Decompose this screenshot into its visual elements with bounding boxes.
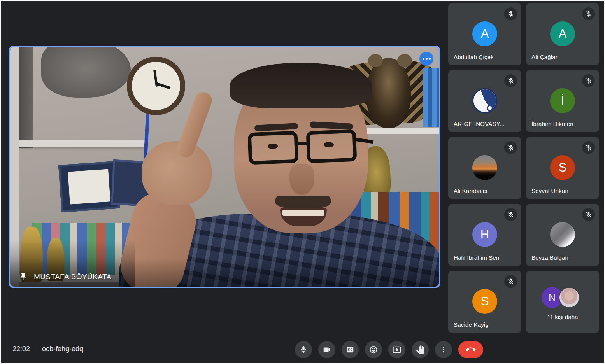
eagle-statue [366, 58, 411, 128]
eagle-statue [368, 54, 383, 67]
meet-window: MUSTAFA BÖYÜKATA A Abdullah Çiçek A Ali … [0, 0, 605, 364]
participant-name: Sacide Kayiş [454, 321, 488, 328]
reactions-button[interactable] [365, 341, 382, 358]
organization-logo-avatar [472, 88, 497, 113]
main-video-tile[interactable]: MUSTAFA BÖYÜKATA [9, 46, 440, 288]
participant-tile[interactable]: H Halil İbrahim Şen [448, 204, 521, 266]
eagle-statue [397, 54, 412, 67]
more-options-button[interactable] [435, 341, 452, 358]
mic-off-icon [582, 74, 595, 87]
photo-avatar [559, 287, 580, 308]
participant-tile[interactable]: A Abdullah Çiçek [448, 3, 521, 65]
person-mustache [275, 196, 331, 210]
captions-button[interactable] [342, 341, 359, 358]
mic-off-icon [504, 7, 517, 20]
participant-name: AR-GE İNOVASY... [454, 121, 505, 127]
bookshelf-board [10, 140, 146, 147]
captions-icon [346, 345, 354, 354]
participant-tile[interactable]: AR-GE İNOVASY... [448, 70, 521, 132]
avatar: A [472, 21, 497, 46]
end-call-icon [466, 345, 476, 355]
award-plaque [58, 161, 120, 212]
mic-off-icon [582, 208, 595, 221]
participant-tile[interactable]: S Sevval Unkun [526, 137, 599, 199]
more-options-icon [439, 345, 448, 354]
raise-hand-icon [416, 345, 424, 354]
person-teeth [282, 210, 324, 216]
raise-hand-button[interactable] [412, 341, 429, 358]
reactions-icon [369, 345, 378, 354]
camera-icon [323, 345, 331, 354]
overflow-avatars: N [542, 287, 584, 309]
participant-name: Abdullah Çiçek [454, 54, 494, 60]
meeting-info: 22:02 ocb-fehg-edq [12, 345, 83, 353]
divider [36, 345, 36, 353]
person-eye [268, 144, 278, 149]
overflow-participants-tile[interactable]: N 11 kişi daha [526, 271, 599, 333]
avatar: İ [550, 88, 575, 113]
camera-button[interactable] [318, 341, 335, 358]
photo-avatar [472, 155, 497, 180]
person-hand [142, 141, 212, 205]
participant-name: İbrahim Dikmen [531, 121, 573, 127]
participant-name: Sevval Unkun [531, 187, 568, 194]
webcam-video [10, 47, 439, 287]
glasses [296, 142, 309, 145]
photo-avatar [550, 222, 575, 247]
person-nose [289, 164, 314, 195]
avatar: S [550, 155, 575, 180]
participant-name: Ali Çağlar [531, 54, 558, 60]
main-participant-name: MUSTAFA BÖYÜKATA [34, 273, 112, 281]
shelf-object [41, 46, 131, 98]
participant-name: Beyza Bulgan [531, 254, 568, 261]
person-eye [324, 142, 334, 147]
participant-tile[interactable]: İ İbrahim Dikmen [526, 70, 599, 132]
person-hair [230, 63, 372, 108]
present-screen-button[interactable] [388, 341, 405, 358]
avatar: H [472, 222, 497, 247]
mic-button[interactable] [295, 341, 312, 358]
pinned-participant-label: MUSTAFA BÖYÜKATA [19, 272, 112, 281]
meeting-code: ocb-fehg-edq [42, 345, 83, 353]
mic-icon [299, 345, 308, 354]
end-call-button[interactable] [458, 341, 483, 358]
call-controls [295, 341, 483, 358]
overflow-count-label: 11 kişi daha [526, 313, 599, 320]
participant-name: Halil İbrahim Şen [454, 254, 500, 261]
participant-tile[interactable]: S Sacide Kayiş [448, 271, 521, 333]
mic-off-icon [504, 275, 517, 288]
pin-icon [19, 272, 28, 281]
books [423, 68, 440, 127]
mic-off-icon [582, 141, 595, 154]
participant-tile[interactable]: Beyza Bulgan [526, 204, 599, 266]
participant-tile[interactable]: Ali Karabalcı [448, 137, 521, 199]
present-screen-icon [393, 345, 401, 354]
avatar: S [472, 289, 497, 314]
clock-time: 22:02 [12, 345, 30, 353]
mic-off-icon [504, 74, 517, 87]
participant-grid: A Abdullah Çiçek A Ali Çağlar AR-GE İNOV… [448, 3, 599, 333]
mic-off-icon [582, 7, 595, 20]
avatar: A [550, 21, 575, 46]
mic-off-icon [504, 208, 517, 221]
mic-off-icon [504, 141, 517, 154]
participant-name: Ali Karabalcı [454, 187, 488, 194]
more-options-icon[interactable] [419, 52, 433, 66]
participant-tile[interactable]: A Ali Çağlar [526, 3, 599, 65]
wall-clock [127, 57, 185, 115]
